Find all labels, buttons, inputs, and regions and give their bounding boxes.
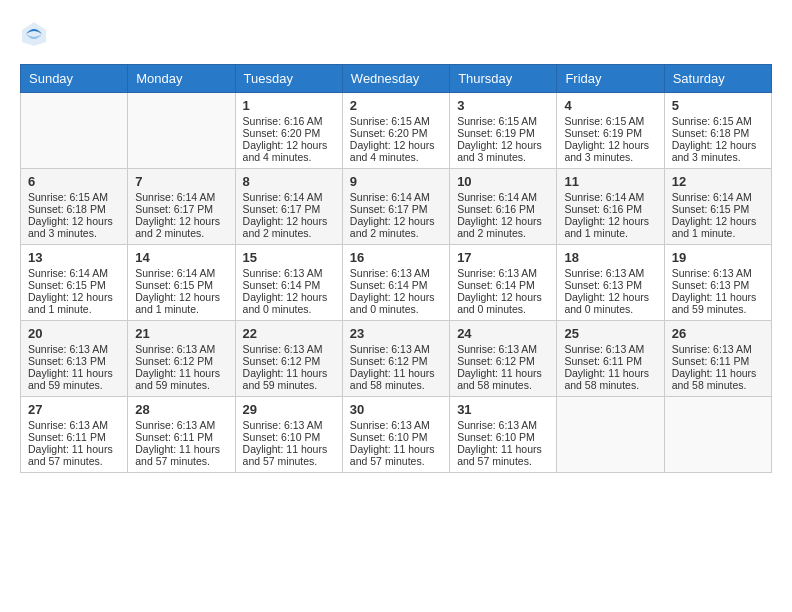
daylight-text: Daylight: 11 hours and 57 minutes.	[350, 443, 442, 467]
sunset-text: Sunset: 6:12 PM	[457, 355, 549, 367]
day-number: 14	[135, 250, 227, 265]
sunset-text: Sunset: 6:17 PM	[350, 203, 442, 215]
day-number: 5	[672, 98, 764, 113]
day-number: 6	[28, 174, 120, 189]
sunrise-text: Sunrise: 6:14 AM	[672, 191, 764, 203]
daylight-text: Daylight: 11 hours and 58 minutes.	[350, 367, 442, 391]
calendar-header-wednesday: Wednesday	[342, 65, 449, 93]
sunrise-text: Sunrise: 6:16 AM	[243, 115, 335, 127]
day-number: 28	[135, 402, 227, 417]
sunset-text: Sunset: 6:11 PM	[672, 355, 764, 367]
daylight-text: Daylight: 12 hours and 1 minute.	[672, 215, 764, 239]
calendar-cell: 16Sunrise: 6:13 AMSunset: 6:14 PMDayligh…	[342, 245, 449, 321]
day-number: 31	[457, 402, 549, 417]
sunset-text: Sunset: 6:18 PM	[672, 127, 764, 139]
sunrise-text: Sunrise: 6:13 AM	[243, 267, 335, 279]
sunset-text: Sunset: 6:11 PM	[564, 355, 656, 367]
calendar-header-friday: Friday	[557, 65, 664, 93]
day-number: 26	[672, 326, 764, 341]
calendar-cell: 23Sunrise: 6:13 AMSunset: 6:12 PMDayligh…	[342, 321, 449, 397]
calendar-week-row: 13Sunrise: 6:14 AMSunset: 6:15 PMDayligh…	[21, 245, 772, 321]
day-number: 4	[564, 98, 656, 113]
calendar-cell	[557, 397, 664, 473]
day-number: 9	[350, 174, 442, 189]
calendar-cell: 21Sunrise: 6:13 AMSunset: 6:12 PMDayligh…	[128, 321, 235, 397]
calendar-cell: 25Sunrise: 6:13 AMSunset: 6:11 PMDayligh…	[557, 321, 664, 397]
calendar-cell: 6Sunrise: 6:15 AMSunset: 6:18 PMDaylight…	[21, 169, 128, 245]
sunset-text: Sunset: 6:19 PM	[457, 127, 549, 139]
daylight-text: Daylight: 11 hours and 59 minutes.	[28, 367, 120, 391]
sunset-text: Sunset: 6:10 PM	[243, 431, 335, 443]
sunrise-text: Sunrise: 6:13 AM	[672, 343, 764, 355]
calendar-cell: 10Sunrise: 6:14 AMSunset: 6:16 PMDayligh…	[450, 169, 557, 245]
calendar-header-sunday: Sunday	[21, 65, 128, 93]
calendar-cell: 27Sunrise: 6:13 AMSunset: 6:11 PMDayligh…	[21, 397, 128, 473]
calendar-cell: 28Sunrise: 6:13 AMSunset: 6:11 PMDayligh…	[128, 397, 235, 473]
day-number: 30	[350, 402, 442, 417]
calendar-cell: 29Sunrise: 6:13 AMSunset: 6:10 PMDayligh…	[235, 397, 342, 473]
day-number: 24	[457, 326, 549, 341]
calendar-cell: 9Sunrise: 6:14 AMSunset: 6:17 PMDaylight…	[342, 169, 449, 245]
calendar-header-monday: Monday	[128, 65, 235, 93]
sunrise-text: Sunrise: 6:14 AM	[457, 191, 549, 203]
day-number: 18	[564, 250, 656, 265]
calendar-cell: 19Sunrise: 6:13 AMSunset: 6:13 PMDayligh…	[664, 245, 771, 321]
calendar-cell: 11Sunrise: 6:14 AMSunset: 6:16 PMDayligh…	[557, 169, 664, 245]
sunrise-text: Sunrise: 6:13 AM	[350, 419, 442, 431]
sunrise-text: Sunrise: 6:13 AM	[564, 267, 656, 279]
sunset-text: Sunset: 6:15 PM	[672, 203, 764, 215]
calendar-cell: 1Sunrise: 6:16 AMSunset: 6:20 PMDaylight…	[235, 93, 342, 169]
sunset-text: Sunset: 6:17 PM	[243, 203, 335, 215]
daylight-text: Daylight: 11 hours and 57 minutes.	[28, 443, 120, 467]
calendar-cell	[664, 397, 771, 473]
daylight-text: Daylight: 12 hours and 0 minutes.	[457, 291, 549, 315]
sunrise-text: Sunrise: 6:14 AM	[243, 191, 335, 203]
calendar-cell: 22Sunrise: 6:13 AMSunset: 6:12 PMDayligh…	[235, 321, 342, 397]
calendar-cell: 14Sunrise: 6:14 AMSunset: 6:15 PMDayligh…	[128, 245, 235, 321]
calendar-cell: 3Sunrise: 6:15 AMSunset: 6:19 PMDaylight…	[450, 93, 557, 169]
sunrise-text: Sunrise: 6:13 AM	[350, 343, 442, 355]
sunrise-text: Sunrise: 6:14 AM	[135, 267, 227, 279]
calendar-cell: 17Sunrise: 6:13 AMSunset: 6:14 PMDayligh…	[450, 245, 557, 321]
calendar-cell: 12Sunrise: 6:14 AMSunset: 6:15 PMDayligh…	[664, 169, 771, 245]
sunrise-text: Sunrise: 6:14 AM	[350, 191, 442, 203]
sunset-text: Sunset: 6:14 PM	[457, 279, 549, 291]
daylight-text: Daylight: 12 hours and 1 minute.	[564, 215, 656, 239]
sunset-text: Sunset: 6:20 PM	[350, 127, 442, 139]
day-number: 15	[243, 250, 335, 265]
sunset-text: Sunset: 6:10 PM	[457, 431, 549, 443]
day-number: 3	[457, 98, 549, 113]
sunrise-text: Sunrise: 6:13 AM	[564, 343, 656, 355]
day-number: 10	[457, 174, 549, 189]
sunset-text: Sunset: 6:16 PM	[457, 203, 549, 215]
sunrise-text: Sunrise: 6:13 AM	[457, 343, 549, 355]
day-number: 19	[672, 250, 764, 265]
calendar-cell: 7Sunrise: 6:14 AMSunset: 6:17 PMDaylight…	[128, 169, 235, 245]
daylight-text: Daylight: 11 hours and 58 minutes.	[672, 367, 764, 391]
sunset-text: Sunset: 6:14 PM	[243, 279, 335, 291]
daylight-text: Daylight: 12 hours and 4 minutes.	[243, 139, 335, 163]
daylight-text: Daylight: 12 hours and 3 minutes.	[28, 215, 120, 239]
daylight-text: Daylight: 11 hours and 59 minutes.	[243, 367, 335, 391]
calendar-header-saturday: Saturday	[664, 65, 771, 93]
logo	[20, 20, 52, 48]
daylight-text: Daylight: 12 hours and 4 minutes.	[350, 139, 442, 163]
calendar-week-row: 20Sunrise: 6:13 AMSunset: 6:13 PMDayligh…	[21, 321, 772, 397]
calendar-cell	[21, 93, 128, 169]
day-number: 12	[672, 174, 764, 189]
daylight-text: Daylight: 11 hours and 58 minutes.	[457, 367, 549, 391]
daylight-text: Daylight: 11 hours and 58 minutes.	[564, 367, 656, 391]
day-number: 25	[564, 326, 656, 341]
calendar-week-row: 27Sunrise: 6:13 AMSunset: 6:11 PMDayligh…	[21, 397, 772, 473]
day-number: 13	[28, 250, 120, 265]
sunrise-text: Sunrise: 6:15 AM	[564, 115, 656, 127]
daylight-text: Daylight: 11 hours and 57 minutes.	[457, 443, 549, 467]
calendar-cell	[128, 93, 235, 169]
calendar-week-row: 1Sunrise: 6:16 AMSunset: 6:20 PMDaylight…	[21, 93, 772, 169]
sunset-text: Sunset: 6:20 PM	[243, 127, 335, 139]
day-number: 2	[350, 98, 442, 113]
sunset-text: Sunset: 6:13 PM	[672, 279, 764, 291]
calendar-cell: 31Sunrise: 6:13 AMSunset: 6:10 PMDayligh…	[450, 397, 557, 473]
daylight-text: Daylight: 12 hours and 3 minutes.	[564, 139, 656, 163]
sunrise-text: Sunrise: 6:15 AM	[457, 115, 549, 127]
